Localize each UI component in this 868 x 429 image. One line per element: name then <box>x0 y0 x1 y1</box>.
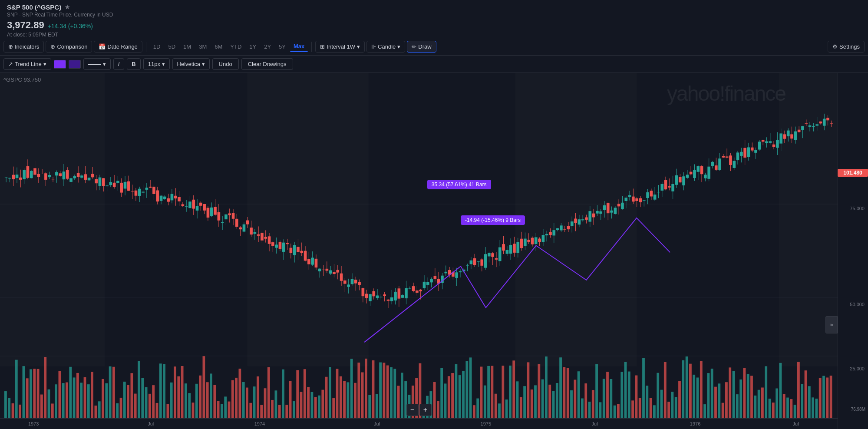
price-main: 3,972.89 <box>7 20 44 31</box>
y-label-50: 50.000 <box>850 302 865 307</box>
line-style-preview <box>88 64 101 65</box>
volume-label: 76.98M <box>851 407 865 412</box>
trend-line-chevron-icon: ▾ <box>43 61 46 67</box>
line-style-button[interactable]: ▾ <box>83 58 111 70</box>
time-ytd[interactable]: YTD <box>227 42 245 52</box>
main-toolbar: ⊕ Indicators ⊕ Comparison 📅 Date Range 1… <box>0 38 868 56</box>
x-label-jul2: Jul <box>374 421 380 426</box>
toolbar-divider1 <box>146 42 146 52</box>
comparison-label: Comparison <box>57 43 87 50</box>
font-family-chevron-icon: ▾ <box>202 61 205 67</box>
indicators-button[interactable]: ⊕ Indicators <box>3 41 44 53</box>
calendar-icon: 📅 <box>99 43 106 50</box>
zoom-in-button[interactable]: + <box>419 404 432 416</box>
y-label-75: 75.000 <box>850 206 865 211</box>
draw-icon: ✏ <box>412 43 416 50</box>
trend-line-button[interactable]: ↗ Trend Line ▾ <box>3 58 51 70</box>
app-container: S&P 500 (^GSPC) ★ SNP - SNP Real Time Pr… <box>0 0 868 429</box>
chart-label: ^GSPC 93.750 <box>3 76 41 83</box>
color-swatch-border[interactable] <box>69 60 81 69</box>
settings-button[interactable]: ⚙ Settings <box>828 41 865 53</box>
time-2y[interactable]: 2Y <box>261 42 274 52</box>
stock-subtitle: SNP - SNP Real Time Price. Currency in U… <box>7 12 861 18</box>
timerange-group: 1D 5D 1M 3M 6M YTD 1Y 2Y 5Y Max <box>150 41 308 52</box>
interval-chevron-icon: ▾ <box>357 43 360 50</box>
time-1y[interactable]: 1Y <box>246 42 260 52</box>
y-label-25: 25.000 <box>850 366 865 371</box>
price-change: +14.34 (+0.36%) <box>48 23 93 30</box>
stock-ticker: S&P 500 (^GSPC) <box>7 3 61 11</box>
clear-drawings-button[interactable]: Clear Drawings <box>241 58 293 70</box>
color-swatch-fill[interactable] <box>54 60 66 69</box>
stock-title-row: S&P 500 (^GSPC) ★ <box>7 3 861 11</box>
plus-circle-icon2: ⊕ <box>50 43 55 50</box>
comparison-button[interactable]: ⊕ Comparison <box>46 41 92 53</box>
toolbar-divider2 <box>311 42 312 52</box>
x-label-1974: 1974 <box>254 421 265 426</box>
font-size-label: 11px <box>148 61 160 67</box>
candle-button[interactable]: ⊪ Candle ▾ <box>366 41 405 53</box>
chart-area: yahoo!finance ^GSPC 93.750 35.34 (57.61%… <box>0 73 868 429</box>
time-1m[interactable]: 1M <box>180 42 195 52</box>
time-1d[interactable]: 1D <box>150 42 164 52</box>
settings-label: Settings <box>839 43 860 50</box>
x-label-1975: 1975 <box>481 421 491 426</box>
undo-button[interactable]: Undo <box>212 58 239 70</box>
annotation-up: 35.34 (57.61%) 41 Bars <box>427 180 491 189</box>
time-6m[interactable]: 6M <box>211 42 226 52</box>
interval-label: Interval 1W <box>327 43 355 50</box>
header: S&P 500 (^GSPC) ★ SNP - SNP Real Time Pr… <box>0 0 868 38</box>
font-family-button[interactable]: Helvetica ▾ <box>172 58 210 70</box>
scroll-right-button[interactable]: » <box>825 316 838 333</box>
draw-label: Draw <box>418 43 431 50</box>
interval-icon: ⊞ <box>320 43 325 50</box>
trend-line-label: Trend Line <box>15 61 42 67</box>
price-time: At close: 5:05PM EDT <box>7 32 861 38</box>
date-range-button[interactable]: 📅 Date Range <box>94 41 142 53</box>
chart-main[interactable]: yahoo!finance ^GSPC 93.750 35.34 (57.61%… <box>0 73 838 429</box>
time-5d[interactable]: 5D <box>165 42 179 52</box>
time-max[interactable]: Max <box>290 41 308 52</box>
main-chart-canvas[interactable] <box>0 73 838 418</box>
bold-button[interactable]: B <box>127 58 140 70</box>
time-3m[interactable]: 3M <box>195 42 210 52</box>
candle-chevron-icon: ▾ <box>397 43 400 50</box>
drawing-toolbar: ↗ Trend Line ▾ ▾ I B 11px ▾ Helvetica ▾ … <box>0 56 868 73</box>
gear-icon: ⚙ <box>832 43 838 50</box>
font-size-chevron-icon: ▾ <box>162 61 165 67</box>
x-label-jul4: Jul <box>793 421 799 426</box>
italic-button[interactable]: I <box>113 58 125 70</box>
x-label-1973: 1973 <box>28 421 39 426</box>
current-price-label: 101.480 <box>838 169 868 177</box>
x-label-jul3: Jul <box>592 421 598 426</box>
indicators-label: Indicators <box>15 43 39 50</box>
y-axis-panel: 101.480 75.000 50.000 25.000 76.98M <box>838 73 868 429</box>
zoom-out-button[interactable]: − <box>406 404 419 416</box>
interval-button[interactable]: ⊞ Interval 1W ▾ <box>315 41 365 53</box>
x-label-1976: 1976 <box>690 421 700 426</box>
time-5y[interactable]: 5Y <box>275 42 289 52</box>
trend-line-icon: ↗ <box>8 61 13 67</box>
x-axis: 1973 Jul 1974 Jul 1975 Jul 1976 Jul <box>0 418 838 429</box>
font-family-label: Helvetica <box>177 61 200 67</box>
zoom-controls: − + <box>406 404 432 416</box>
font-size-button[interactable]: 11px ▾ <box>143 58 170 70</box>
plus-circle-icon: ⊕ <box>8 43 13 50</box>
price-row: 3,972.89 +14.34 (+0.36%) <box>7 20 861 31</box>
date-range-label: Date Range <box>107 43 137 50</box>
watchlist-star-icon[interactable]: ★ <box>65 4 70 10</box>
annotation-down: -14.94 (-15.46%) 9 Bars <box>461 215 525 225</box>
draw-button[interactable]: ✏ Draw <box>407 41 436 53</box>
line-style-chevron-icon: ▾ <box>103 61 106 67</box>
candle-icon: ⊪ <box>371 43 376 50</box>
x-label-jul1: Jul <box>148 421 154 426</box>
candle-label: Candle <box>378 43 396 50</box>
